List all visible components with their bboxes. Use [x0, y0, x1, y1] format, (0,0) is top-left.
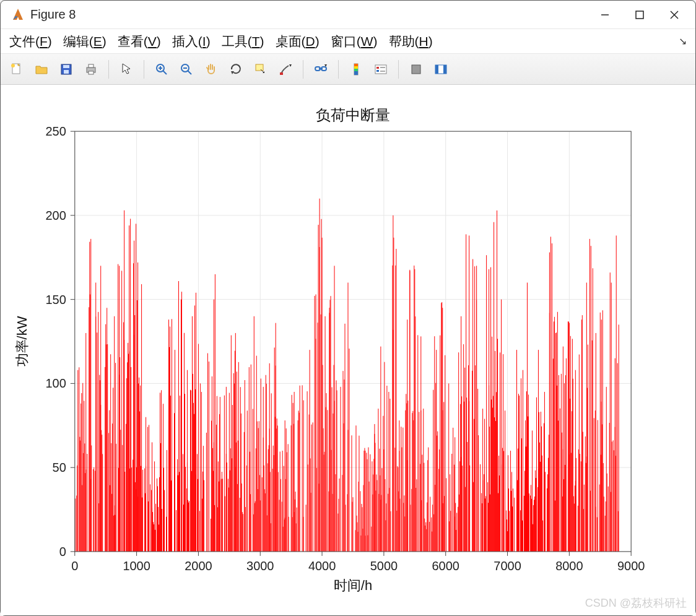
- pan-button[interactable]: [200, 58, 222, 80]
- watermark-text: CSDN @荔枝科研社: [585, 596, 687, 610]
- svg-text:4000: 4000: [308, 559, 336, 573]
- svg-text:7000: 7000: [494, 559, 521, 573]
- window-title: Figure 8: [30, 7, 76, 22]
- svg-rect-34: [354, 69, 358, 71]
- svg-text:150: 150: [46, 293, 66, 306]
- menu-window[interactable]: 窗口(W): [331, 33, 378, 50]
- svg-line-16: [163, 71, 167, 74]
- toolbar-separator: [303, 60, 303, 79]
- menu-edit[interactable]: 编辑(E): [63, 33, 107, 50]
- menu-view[interactable]: 查看(V): [118, 33, 161, 50]
- legend-button[interactable]: [370, 58, 392, 80]
- svg-text:50: 50: [53, 461, 66, 474]
- brush-button[interactable]: [274, 58, 297, 80]
- svg-text:功率/kW: 功率/kW: [14, 316, 30, 367]
- svg-rect-13: [89, 64, 94, 67]
- zoom-in-button[interactable]: [150, 58, 173, 80]
- svg-line-20: [188, 71, 191, 74]
- svg-rect-44: [443, 65, 446, 74]
- svg-text:1000: 1000: [123, 559, 150, 573]
- svg-text:100: 100: [46, 376, 66, 390]
- svg-rect-38: [376, 70, 379, 72]
- menu-help[interactable]: 帮助(H): [389, 33, 433, 50]
- menu-tools[interactable]: 工具(T): [222, 33, 264, 50]
- chart-canvas: 0100020003000400050006000700080009000050…: [1, 85, 695, 615]
- svg-text:5000: 5000: [370, 559, 398, 573]
- svg-point-8: [11, 64, 15, 67]
- svg-text:250: 250: [46, 124, 66, 138]
- svg-rect-36: [375, 65, 386, 74]
- toolbar-separator: [108, 60, 109, 79]
- menu-expand-icon[interactable]: ↘: [679, 35, 687, 47]
- menu-desktop[interactable]: 桌面(D): [276, 33, 320, 50]
- data-cursor-button[interactable]: [250, 58, 272, 80]
- matlab-logo-icon: [11, 7, 25, 22]
- svg-text:8000: 8000: [555, 559, 583, 573]
- rotate-button[interactable]: [225, 58, 247, 80]
- svg-rect-3: [636, 11, 643, 19]
- maximize-button[interactable]: [622, 1, 657, 29]
- svg-rect-33: [354, 66, 358, 69]
- figure-window: Figure 8 文件(F) 编辑(E) 查看(V) 插入(I) 工具(T) 桌…: [0, 0, 696, 616]
- open-file-button[interactable]: [30, 58, 53, 80]
- svg-rect-32: [354, 64, 358, 66]
- svg-rect-43: [435, 65, 438, 74]
- menubar: 文件(F) 编辑(E) 查看(V) 插入(I) 工具(T) 桌面(D) 窗口(W…: [1, 29, 695, 54]
- svg-text:9000: 9000: [617, 559, 645, 573]
- print-button[interactable]: [80, 58, 102, 80]
- menu-insert[interactable]: 插入(I): [172, 33, 211, 50]
- svg-rect-37: [376, 67, 379, 69]
- toolbar-separator: [398, 60, 399, 79]
- titlebar: Figure 8: [1, 1, 695, 29]
- svg-marker-26: [289, 64, 292, 67]
- close-button[interactable]: [657, 1, 692, 29]
- save-button[interactable]: [55, 58, 77, 80]
- toolbar-separator: [338, 60, 339, 79]
- hide-plot-tools-button[interactable]: [405, 58, 427, 80]
- new-file-button[interactable]: [6, 58, 28, 80]
- toolbar-separator: [144, 60, 144, 79]
- svg-rect-25: [280, 72, 283, 75]
- svg-rect-35: [354, 71, 358, 75]
- svg-text:0: 0: [59, 545, 66, 558]
- svg-text:3000: 3000: [246, 559, 274, 573]
- svg-text:200: 200: [46, 209, 66, 222]
- zoom-out-button[interactable]: [175, 58, 198, 80]
- pointer-button[interactable]: [115, 58, 137, 80]
- svg-text:6000: 6000: [432, 559, 459, 573]
- svg-rect-11: [64, 70, 69, 74]
- svg-text:2000: 2000: [185, 559, 212, 573]
- svg-rect-23: [256, 64, 263, 71]
- minimize-button[interactable]: [588, 1, 622, 29]
- show-plot-tools-button[interactable]: [430, 58, 452, 80]
- toolbar: [1, 54, 695, 85]
- svg-rect-14: [89, 71, 94, 74]
- svg-rect-41: [412, 65, 420, 74]
- svg-rect-10: [63, 65, 69, 68]
- menu-file[interactable]: 文件(F): [9, 33, 52, 50]
- svg-text:负荷中断量: 负荷中断量: [316, 106, 390, 123]
- axes-area[interactable]: 0100020003000400050006000700080009000050…: [1, 85, 695, 615]
- svg-text:时间/h: 时间/h: [334, 578, 372, 593]
- svg-text:0: 0: [71, 559, 78, 573]
- link-plots-button[interactable]: [310, 58, 332, 80]
- colorbar-button[interactable]: [345, 58, 367, 80]
